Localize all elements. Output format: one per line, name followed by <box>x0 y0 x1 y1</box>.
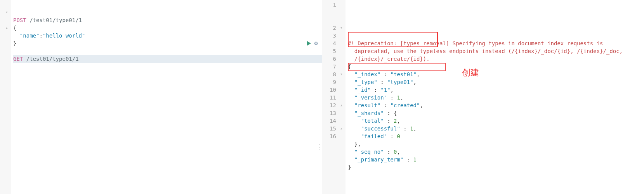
code-token <box>348 149 354 155</box>
code-token: : <box>380 102 390 108</box>
code-token: "_type" <box>354 79 377 85</box>
fold-toggle[interactable]: ▾ <box>340 70 345 78</box>
code-token: "total" <box>361 118 384 124</box>
code-token: "failed" <box>361 133 387 139</box>
code-token <box>348 110 354 116</box>
code-token: { <box>394 110 397 116</box>
code-token: : <box>387 94 397 101</box>
fold-toggle <box>340 1 345 24</box>
code-token: POST <box>13 17 26 23</box>
code-line[interactable]: "result" : "created", <box>348 101 644 109</box>
code-line[interactable]: "failed" : 0 <box>348 132 644 140</box>
code-line[interactable]: }, <box>348 140 644 148</box>
code-token: : <box>384 118 394 124</box>
fold-toggle <box>340 132 345 140</box>
code-token: 0 <box>397 133 400 139</box>
line-number: 7 <box>322 63 336 70</box>
line-number: 9 <box>322 78 336 86</box>
fold-toggle[interactable]: ▾ <box>340 24 345 32</box>
fold-toggle <box>340 117 345 125</box>
code-line[interactable]: { <box>13 24 322 32</box>
code-token: "1" <box>380 87 390 93</box>
code-line[interactable]: "_seq_no" : 0, <box>348 148 644 156</box>
fold-toggle <box>340 47 345 55</box>
code-token: : <box>384 110 394 116</box>
code-token: "hello world" <box>43 33 85 39</box>
code-token: "_seq_no" <box>354 149 384 155</box>
code-token: , <box>413 79 417 85</box>
fold-toggle <box>340 94 345 101</box>
line-number: 6 <box>322 55 336 63</box>
code-line[interactable]: "_index" : "test01", <box>348 70 644 78</box>
response-pane[interactable]: ⋮ 12345678910111213141516 ▾▾▴▴ 创建 #! Dep… <box>322 0 644 194</box>
code-line[interactable]: "_id" : "1", <box>348 86 644 94</box>
run-controls: ⚙ <box>307 39 318 47</box>
line-number: 14 <box>322 117 336 125</box>
code-token <box>348 156 354 163</box>
line-number: 3 <box>322 32 336 39</box>
code-line[interactable]: "_primary_term" : 1 <box>348 156 644 163</box>
code-token <box>348 118 361 124</box>
code-line[interactable]: { <box>348 63 644 70</box>
code-token: : <box>387 133 397 139</box>
code-token: , <box>417 71 420 77</box>
code-token <box>348 79 354 85</box>
code-line[interactable]: } <box>13 39 322 47</box>
code-token: "_primary_term" <box>354 156 403 163</box>
code-token <box>348 141 354 147</box>
line-number: 15 <box>322 125 336 132</box>
code-line[interactable]: "total" : 2, <box>348 117 644 125</box>
code-token <box>26 17 30 23</box>
line-number: 13 <box>322 109 336 117</box>
line-number: 1 <box>322 1 336 24</box>
code-token: : <box>403 156 413 163</box>
code-line[interactable]: } <box>348 163 644 171</box>
code-token: 1 <box>413 156 417 163</box>
request-code-area[interactable]: POST /test01/type01/1{ "name":"hello wor… <box>11 0 322 194</box>
pane-divider-icon[interactable]: ⋮ <box>317 143 322 151</box>
code-token: "successful" <box>361 125 400 132</box>
code-line[interactable] <box>13 47 322 55</box>
code-line[interactable]: #! Deprecation: [types removal] Specifyi… <box>348 39 644 63</box>
code-line[interactable]: "successful" : 1, <box>348 125 644 132</box>
code-token: , <box>397 149 400 155</box>
code-token <box>348 133 361 139</box>
line-number: 11 <box>322 94 336 101</box>
code-line[interactable]: POST /test01/type01/1 <box>13 16 322 24</box>
fold-toggle[interactable]: ▴ <box>340 101 345 109</box>
code-token: : <box>380 71 390 77</box>
code-line[interactable]: "_shards" : { <box>348 109 644 117</box>
request-line-gutter <box>0 0 5 194</box>
fold-toggle <box>340 63 345 70</box>
code-token: 1 <box>397 94 400 101</box>
code-token: "_shards" <box>354 110 384 116</box>
code-token: "_id" <box>354 87 371 93</box>
line-number: 2 <box>322 24 336 32</box>
code-token: } <box>13 40 16 46</box>
code-line[interactable]: "name":"hello world" <box>13 32 322 39</box>
code-token: #! Deprecation: [types removal] Specifyi… <box>348 40 623 62</box>
fold-toggle[interactable]: ▴ <box>340 125 345 132</box>
code-line[interactable]: GET /test01/type01/1 <box>13 55 322 63</box>
code-token: { <box>348 64 351 70</box>
code-line[interactable]: "_type" : "type01", <box>348 78 644 86</box>
fold-toggle <box>340 39 345 47</box>
fold-toggle <box>340 78 345 86</box>
response-fold-gutter[interactable]: ▾▾▴▴ <box>340 0 345 194</box>
code-token: : <box>400 125 410 132</box>
line-number: 5 <box>322 47 336 55</box>
code-token: "created" <box>391 102 420 108</box>
code-line[interactable] <box>348 171 644 179</box>
code-token: "_version" <box>354 94 387 101</box>
run-icon[interactable] <box>307 41 311 46</box>
request-fold-gutter[interactable]: ▾▴ <box>5 0 11 194</box>
code-token: /test01/type01/1 <box>26 56 79 62</box>
code-line[interactable]: "_version" : 1, <box>348 94 644 101</box>
code-token: "type01" <box>387 79 413 85</box>
code-token: } <box>348 164 351 170</box>
request-editor-pane[interactable]: ▾▴ POST /test01/type01/1{ "name":"hello … <box>0 0 322 194</box>
wrench-icon[interactable]: ⚙ <box>314 39 318 47</box>
line-number: 12 <box>322 101 336 109</box>
code-token <box>348 94 354 101</box>
code-token: { <box>13 25 16 31</box>
